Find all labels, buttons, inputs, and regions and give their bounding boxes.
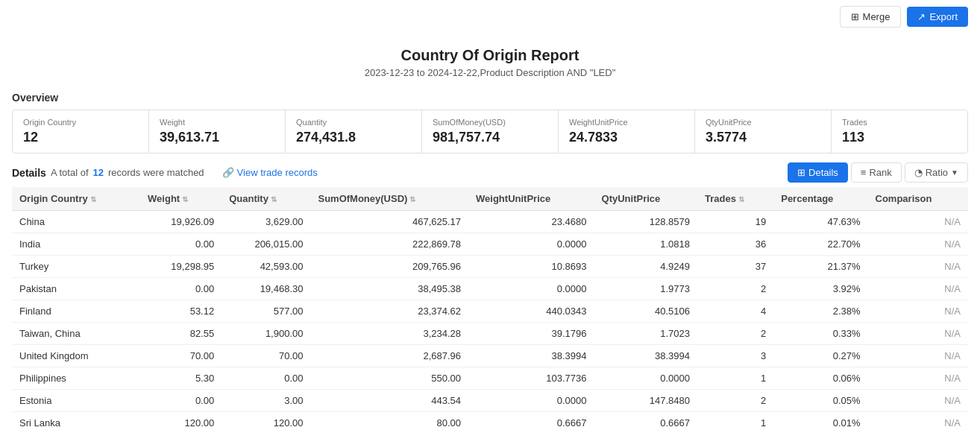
stat-card-weight: Weight39,613.71 xyxy=(149,110,286,153)
col-header-percentage: Percentage xyxy=(773,187,867,211)
table-header-row: Origin Country⇅Weight⇅Quantity⇅SumOfMone… xyxy=(12,187,968,211)
table-cell: 47.63% xyxy=(773,211,867,233)
col-header-weight[interactable]: Weight⇅ xyxy=(140,187,222,211)
table-cell: 1 xyxy=(697,367,773,390)
table-cell: 0.0000 xyxy=(468,233,594,256)
stat-card-weightunitprice: WeightUnitPrice24.7833 xyxy=(559,110,695,153)
table-cell: 147.8480 xyxy=(594,390,697,412)
table-row: United Kingdom70.0070.002,687.9638.39943… xyxy=(12,345,968,367)
stat-card-quantity: Quantity274,431.8 xyxy=(286,110,422,153)
table-cell: 40.5106 xyxy=(594,300,697,323)
table-cell: 2 xyxy=(697,323,773,345)
details-left: Details A total of 12 records were match… xyxy=(12,167,318,179)
table-cell: 222,869.78 xyxy=(310,233,468,256)
table-row: Finland53.12577.0023,374.62440.034340.51… xyxy=(12,300,968,323)
table-cell: 22.70% xyxy=(773,233,867,256)
stats-bar: Origin Country12Weight39,613.71Quantity2… xyxy=(12,110,968,154)
table-cell: 1.0818 xyxy=(594,233,697,256)
table-cell: N/A xyxy=(868,233,968,256)
details-section: Details A total of 12 records were match… xyxy=(0,158,980,427)
matched-count: 12 xyxy=(93,167,104,178)
table-cell: 0.33% xyxy=(773,323,867,345)
table-cell: 550.00 xyxy=(310,367,468,390)
table-cell: 19 xyxy=(697,211,773,233)
table-cell: 0.6667 xyxy=(468,412,594,428)
table-cell: 0.0000 xyxy=(468,278,594,300)
details-right: ⊞ Details ≡ Rank ◔ Ratio ▼ xyxy=(788,162,968,183)
table-cell: 0.05% xyxy=(773,390,867,412)
table-cell: 80.00 xyxy=(310,412,468,428)
table-cell: 206,015.00 xyxy=(222,233,310,256)
details-title: Details xyxy=(12,167,46,179)
stat-card-qtyunitprice: QtyUnitPrice3.5774 xyxy=(695,110,832,153)
page-subtitle: 2023-12-23 to 2024-12-22,Product Descrip… xyxy=(0,67,980,78)
stat-value: 12 xyxy=(23,130,138,145)
stat-name: SumOfMoney(USD) xyxy=(433,118,547,127)
col-header-quantity[interactable]: Quantity⇅ xyxy=(222,187,310,211)
table-cell: N/A xyxy=(868,278,968,300)
sort-icon: ⇅ xyxy=(409,195,415,203)
merge-label: Merge xyxy=(863,11,891,22)
view-trade-records-link[interactable]: 🔗 View trade records xyxy=(222,167,318,178)
records-text: records were matched xyxy=(108,167,204,178)
export-label: Export xyxy=(929,11,958,22)
table-cell: 70.00 xyxy=(222,345,310,367)
col-header-sumofmoney-usd-[interactable]: SumOfMoney(USD)⇅ xyxy=(310,187,468,211)
table-cell: 3.92% xyxy=(773,278,867,300)
stat-value: 113 xyxy=(842,130,957,145)
table-cell: India xyxy=(12,233,140,256)
table-cell: 577.00 xyxy=(222,300,310,323)
stat-card-origin-country: Origin Country12 xyxy=(13,110,149,153)
table-cell: 120.00 xyxy=(140,412,222,428)
table-cell: 21.37% xyxy=(773,256,867,278)
table-cell: 23,374.62 xyxy=(310,300,468,323)
table-cell: 3.00 xyxy=(222,390,310,412)
table-cell: 0.00 xyxy=(140,233,222,256)
table-cell: 1.9773 xyxy=(594,278,697,300)
stat-value: 981,757.74 xyxy=(433,130,547,145)
export-button[interactable]: ↗ Export xyxy=(907,7,968,27)
link-icon: 🔗 xyxy=(222,167,234,178)
stat-card-sumofmoney-usd-: SumOfMoney(USD)981,757.74 xyxy=(422,110,559,153)
table-row: China19,926.093,629.00467,625.1723.46801… xyxy=(12,211,968,233)
table-cell: 103.7736 xyxy=(468,367,594,390)
col-header-origin-country[interactable]: Origin Country⇅ xyxy=(12,187,140,211)
table-cell: 37 xyxy=(697,256,773,278)
table-cell: 0.00 xyxy=(140,278,222,300)
table-cell: 467,625.17 xyxy=(310,211,468,233)
table-cell: 5.30 xyxy=(140,367,222,390)
tab-details-button[interactable]: ⊞ Details xyxy=(788,162,848,183)
table-cell: 2.38% xyxy=(773,300,867,323)
tab-ratio-button[interactable]: ◔ Ratio ▼ xyxy=(905,162,968,183)
table-cell: Taiwan, China xyxy=(12,323,140,345)
table-cell: Pakistan xyxy=(12,278,140,300)
table-cell: N/A xyxy=(868,300,968,323)
stat-value: 39,613.71 xyxy=(160,130,274,145)
merge-button[interactable]: ⊞ Merge xyxy=(840,6,902,28)
table-cell: 0.0000 xyxy=(594,367,697,390)
view-link-label: View trade records xyxy=(237,167,318,178)
sort-icon: ⇅ xyxy=(271,195,277,203)
table-cell: 19,298.95 xyxy=(140,256,222,278)
table-cell: N/A xyxy=(868,412,968,428)
table-cell: N/A xyxy=(868,323,968,345)
overview-label: Overview xyxy=(12,92,968,104)
table-cell: N/A xyxy=(868,211,968,233)
table-cell: 2,687.96 xyxy=(310,345,468,367)
col-header-trades[interactable]: Trades⇅ xyxy=(697,187,773,211)
ratio-tab-icon: ◔ xyxy=(914,167,923,178)
data-table: Origin Country⇅Weight⇅Quantity⇅SumOfMone… xyxy=(12,187,968,427)
table-cell: 209,765.96 xyxy=(310,256,468,278)
table-row: Taiwan, China82.551,900.003,234.2839.179… xyxy=(12,323,968,345)
table-cell: 19,468.30 xyxy=(222,278,310,300)
col-header-comparison: Comparison xyxy=(868,187,968,211)
table-cell: N/A xyxy=(868,256,968,278)
tab-rank-button[interactable]: ≡ Rank xyxy=(851,162,902,183)
col-header-qtyunitprice: QtyUnitPrice xyxy=(594,187,697,211)
table-row: Pakistan0.0019,468.3038,495.380.00001.97… xyxy=(12,278,968,300)
table-cell: 53.12 xyxy=(140,300,222,323)
table-cell: 10.8693 xyxy=(468,256,594,278)
table-cell: 36 xyxy=(697,233,773,256)
table-cell: 128.8579 xyxy=(594,211,697,233)
table-cell: 0.06% xyxy=(773,367,867,390)
